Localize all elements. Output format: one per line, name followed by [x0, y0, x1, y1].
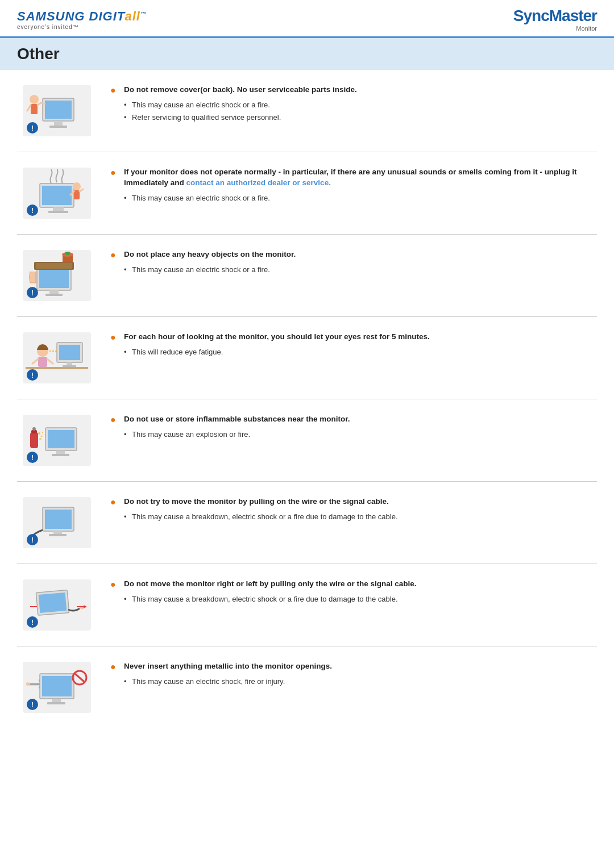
- warning-heading-1: ● Do not remove cover(or back). No user …: [110, 85, 597, 95]
- svg-point-53: [39, 438, 42, 440]
- illustration-img-1: !: [23, 85, 91, 136]
- illustration-img-2: !: [23, 168, 91, 219]
- illustration-8: !: [17, 659, 97, 716]
- bullet-icon-4: ●: [110, 332, 121, 343]
- svg-rect-33: [59, 345, 80, 360]
- illustration-7: !: [17, 577, 97, 633]
- warning-text-1: ● Do not remove cover(or back). No user …: [110, 82, 597, 125]
- warning-heading-8: ● Never insert anything metallic into th…: [110, 661, 597, 672]
- bullet-list-7: This may cause a breakdown, electric sho…: [110, 594, 597, 604]
- syncmaster-sub-text: Monitor: [513, 25, 597, 32]
- bullet-item: This may cause a breakdown, electric sho…: [124, 594, 597, 604]
- svg-rect-36: [26, 367, 88, 369]
- bullet-list-8: This may cause an electric shock, fire o…: [110, 677, 597, 687]
- svg-rect-5: [31, 104, 38, 114]
- illustration-1: !: [17, 82, 97, 139]
- svg-point-50: [32, 427, 36, 431]
- svg-rect-14: [48, 211, 68, 213]
- svg-rect-58: [45, 510, 72, 529]
- svg-point-51: [38, 432, 40, 435]
- bullet-item: This may cause an electric shock or a fi…: [124, 193, 597, 203]
- illustration-img-5: !: [23, 415, 91, 466]
- bullet-icon-3: ●: [110, 250, 121, 260]
- svg-text:!: !: [31, 372, 34, 379]
- svg-point-54: [42, 432, 43, 433]
- svg-rect-24: [45, 294, 63, 296]
- page-title: Other: [17, 45, 597, 63]
- bullet-icon-6: ●: [110, 497, 121, 507]
- heading-text-2: If your monitor does not operate normall…: [124, 167, 597, 189]
- svg-rect-3: [49, 126, 67, 128]
- warning-item-6: ! ● Do not try to move the monitor by pu…: [17, 482, 597, 564]
- bullet-icon-8: ●: [110, 662, 121, 672]
- bullet-item: This may cause an electric shock, fire o…: [124, 677, 597, 687]
- svg-text:!: !: [31, 701, 34, 709]
- samsung-logo: SAMSUNG DIGITall™ everyone's invited™: [17, 9, 147, 30]
- illustration-img-7: !: [23, 579, 91, 631]
- warning-heading-6: ● Do not try to move the monitor by pull…: [110, 496, 597, 507]
- svg-text:!: !: [31, 289, 34, 297]
- svg-rect-35: [63, 365, 76, 367]
- svg-rect-59: [53, 531, 62, 534]
- bullet-item: Refer servicing to qualified service per…: [124, 112, 597, 123]
- heading-text-3: Do not place any heavy objects on the mo…: [124, 249, 296, 260]
- warning-text-7: ● Do not move the monitor right or left …: [110, 577, 597, 607]
- svg-rect-66: [39, 592, 67, 612]
- svg-rect-23: [49, 290, 59, 294]
- bullet-list-5: This may cause an explosion or fire.: [110, 429, 597, 440]
- svg-point-4: [30, 95, 39, 104]
- bullet-list-3: This may cause an electric shock or a fi…: [110, 265, 597, 275]
- svg-marker-67: [84, 605, 87, 608]
- content-area: ! ● Do not remove cover(or back). No use…: [0, 70, 614, 728]
- svg-rect-46: [56, 450, 65, 454]
- illustration-img-4: !: [23, 332, 91, 383]
- svg-text:!: !: [31, 207, 34, 215]
- svg-rect-74: [39, 679, 40, 682]
- bullet-icon-1: ●: [110, 85, 121, 95]
- warning-item-4: ! ● For each hour of looking at the moni…: [17, 317, 597, 399]
- bullet-icon-7: ●: [110, 579, 121, 590]
- warning-item-3: ! ● Do not place any heavy objects on th…: [17, 235, 597, 317]
- svg-rect-1: [45, 101, 72, 119]
- svg-rect-13: [53, 207, 64, 211]
- svg-point-15: [73, 182, 81, 190]
- svg-line-80: [75, 674, 84, 682]
- syncmaster-title-text: SyncMaster: [513, 7, 597, 25]
- bullet-item: This may cause a breakdown, electric sho…: [124, 512, 597, 522]
- warning-heading-2: ● If your monitor does not operate norma…: [110, 167, 597, 189]
- warning-heading-4: ● For each hour of looking at the monito…: [110, 332, 597, 343]
- bullet-item: This may cause an explosion or fire.: [124, 429, 597, 440]
- warning-text-5: ● Do not use or store inflammable substa…: [110, 412, 597, 442]
- heading-text-8: Never insert anything metallic into the …: [124, 661, 332, 672]
- svg-rect-72: [52, 699, 61, 702]
- svg-rect-22: [39, 270, 69, 288]
- heading-text-6: Do not try to move the monitor by pullin…: [124, 496, 389, 507]
- warning-item-1: ! ● Do not remove cover(or back). No use…: [17, 70, 597, 152]
- svg-line-6: [27, 105, 31, 111]
- illustration-4: !: [17, 329, 97, 386]
- svg-rect-34: [67, 362, 72, 365]
- bullet-list-4: This will reduce eye fatigue.: [110, 347, 597, 357]
- bullet-item: This will reduce eye fatigue.: [124, 347, 597, 357]
- illustration-img-8: !: [23, 662, 91, 713]
- warning-heading-7: ● Do not move the monitor right or left …: [110, 579, 597, 590]
- dealer-link[interactable]: contact an authorized dealer or service.: [186, 178, 331, 187]
- heading-text-4: For each hour of looking at the monitor,…: [124, 332, 430, 343]
- illustration-img-3: !: [23, 250, 91, 301]
- warning-text-6: ● Do not try to move the monitor by pull…: [110, 494, 597, 524]
- svg-rect-60: [49, 534, 67, 536]
- svg-text:!: !: [31, 124, 34, 132]
- warning-item-5: ! ● Do not use or store inflammable subs…: [17, 399, 597, 482]
- svg-rect-16: [74, 190, 80, 199]
- warning-text-3: ● Do not place any heavy objects on the …: [110, 247, 597, 277]
- samsung-brand-text: SAMSUNG DIGITall™: [17, 9, 147, 24]
- warning-heading-5: ● Do not use or store inflammable substa…: [110, 414, 597, 425]
- heading-text-1: Do not remove cover(or back). No user se…: [124, 85, 357, 95]
- svg-rect-71: [42, 676, 72, 696]
- svg-text:!: !: [31, 454, 34, 462]
- illustration-2: !: [17, 165, 97, 222]
- samsung-sub-text: everyone's invited™: [17, 24, 79, 30]
- svg-rect-76: [39, 686, 40, 688]
- heading-text-5: Do not use or store inflammable substanc…: [124, 414, 350, 425]
- bullet-item: This may cause an electric shock or a fi…: [124, 265, 597, 275]
